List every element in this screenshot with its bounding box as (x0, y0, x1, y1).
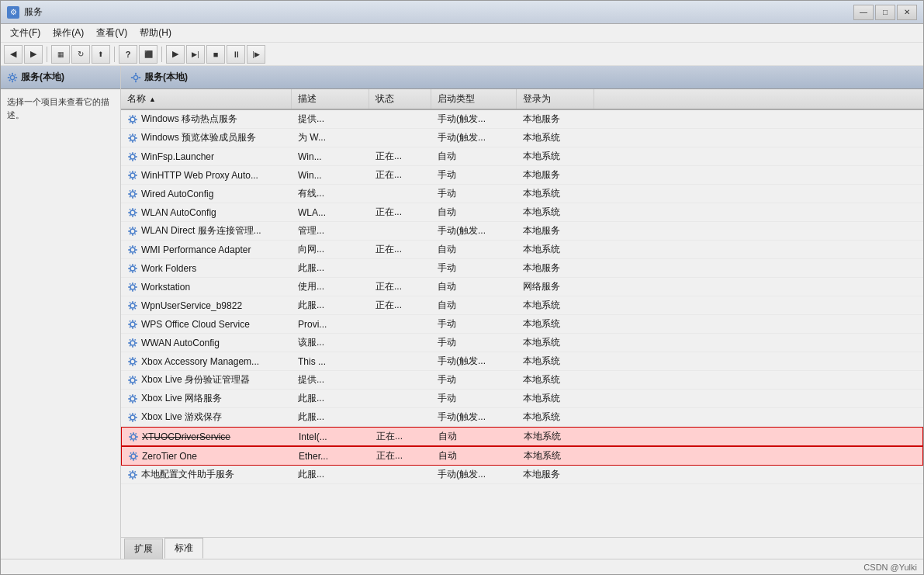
svg-rect-39 (134, 153, 136, 154)
svg-rect-138 (134, 358, 136, 359)
svg-rect-125 (128, 342, 130, 344)
service-name-cell: WpnUserService_b9822 (121, 296, 292, 314)
services-wrapper: 名称 ▲ 描述 状态 启动类型 登录为 (121, 89, 923, 537)
svg-point-68 (130, 229, 135, 234)
tab-standard[interactable]: 标准 (164, 538, 203, 559)
svg-rect-181 (130, 452, 131, 454)
svg-rect-35 (128, 156, 130, 158)
service-name-text: Windows 预览体验成员服务 (141, 131, 256, 144)
properties-button[interactable]: ⬛ (139, 45, 157, 64)
play-next-button[interactable]: ▶| (186, 45, 205, 64)
table-row[interactable]: 本地配置文件助手服务此服...手动(触发...本地服务 (121, 466, 923, 484)
svg-rect-98 (128, 286, 130, 288)
service-login-cell: 本地系统 (517, 390, 594, 407)
forward-button[interactable]: ▶ (24, 45, 43, 64)
service-status-cell (369, 259, 431, 277)
svg-rect-96 (132, 282, 133, 284)
table-row[interactable]: Workstation使用...正在...自动网络服务 (121, 278, 923, 296)
service-desc-cell: 为 W... (292, 129, 369, 147)
service-desc-cell: 该服... (292, 334, 369, 352)
table-row[interactable]: Wired AutoConfig有线...手动本地系统 (121, 185, 923, 203)
service-name-cell: WWAN AutoConfig (121, 334, 292, 352)
service-name-cell: Xbox Live 游戏保存 (121, 408, 292, 426)
table-row[interactable]: Xbox Accessory Managem...This ...手动(触发..… (121, 352, 923, 371)
header-desc[interactable]: 描述 (292, 89, 369, 109)
service-startup-cell: 自动 (431, 278, 517, 296)
menu-action[interactable]: 操作(A) (47, 24, 90, 42)
svg-point-59 (130, 210, 135, 215)
svg-rect-48 (134, 171, 136, 173)
service-startup-cell: 手动(触发... (431, 129, 517, 147)
table-row[interactable]: Xbox Live 游戏保存此服...手动(触发...本地系统 (121, 408, 923, 427)
table-row[interactable]: WinFsp.LauncherWin...正在...自动本地系统 (121, 147, 923, 166)
restart-button[interactable]: |▶ (247, 45, 265, 64)
header-status[interactable]: 状态 (369, 89, 431, 109)
play-button[interactable]: ▶ (166, 45, 185, 64)
table-row[interactable]: WinHTTP Web Proxy Auto...Win...正在...手动本地… (121, 166, 923, 185)
table-row[interactable]: WMI Performance Adapter向网...正在...自动本地系统 (121, 241, 923, 259)
svg-rect-12 (131, 77, 133, 78)
tab-extended[interactable]: 扩展 (124, 539, 163, 559)
table-row[interactable]: ZeroTier OneEther...正在...自动本地系统 (121, 446, 923, 466)
svg-rect-7 (14, 74, 16, 75)
svg-point-41 (130, 173, 135, 178)
services-table[interactable]: 名称 ▲ 描述 状态 启动类型 登录为 (121, 89, 923, 537)
svg-rect-163 (129, 414, 130, 415)
bottom-tabs: 扩展 标准 (121, 537, 923, 559)
svg-rect-46 (129, 171, 130, 173)
service-login-cell: 本地系统 (517, 334, 594, 352)
service-name-text: WWAN AutoConfig (141, 338, 220, 348)
svg-rect-111 (134, 302, 136, 303)
service-status-cell: 正在... (369, 241, 431, 258)
service-desc-cell: Ether... (292, 447, 370, 465)
service-status-cell: 正在... (369, 296, 431, 314)
service-login-cell: 本地系统 (517, 147, 594, 165)
left-panel-description: 选择一个项目来查看它的描述。 (7, 95, 114, 121)
service-desc-cell: Win... (292, 166, 369, 184)
header-name[interactable]: 名称 ▲ (121, 89, 292, 109)
maximize-button[interactable]: □ (875, 5, 895, 20)
service-startup-cell: 手动 (431, 185, 517, 203)
menu-help[interactable]: 帮助(H) (133, 24, 178, 42)
table-row[interactable]: WLAN AutoConfigWLA...正在...自动本地系统 (121, 203, 923, 222)
service-status-cell: 正在... (369, 278, 431, 296)
service-login-cell: 本地系统 (517, 408, 594, 426)
help-button[interactable]: ? (119, 45, 137, 64)
close-button[interactable]: ✕ (897, 5, 917, 20)
menu-file[interactable]: 文件(F) (4, 24, 47, 42)
table-row[interactable]: WWAN AutoConfig该服...手动本地系统 (121, 334, 923, 352)
table-row[interactable]: Windows 预览体验成员服务为 W...手动(触发...本地系统 (121, 129, 923, 147)
svg-rect-169 (133, 439, 134, 441)
pause-button[interactable]: ⏸ (227, 45, 245, 64)
service-name-cell: Xbox Accessory Managem... (121, 352, 292, 370)
back-button[interactable]: ◀ (4, 45, 22, 64)
service-desc-cell: 有线... (292, 185, 369, 203)
table-row[interactable]: Xbox Live 网络服务此服...手动本地系统 (121, 390, 923, 408)
table-row[interactable]: WpnUserService_b9822此服...正在...自动本地系统 (121, 296, 923, 315)
table-row[interactable]: Xbox Live 身份验证管理器提供...手动本地系统 (121, 371, 923, 390)
service-startup-cell: 自动 (431, 296, 517, 314)
refresh-button[interactable]: ↻ (71, 45, 90, 64)
service-login-cell: 本地系统 (517, 428, 595, 445)
service-startup-cell: 手动 (431, 315, 517, 333)
table-row[interactable]: WPS Office Cloud ServiceProvi...手动本地系统 (121, 315, 923, 334)
table-row[interactable]: XTUOCDriverServiceIntel(...正在...自动本地系统 (121, 427, 923, 446)
service-name-text: Xbox Accessory Managem... (141, 356, 259, 367)
svg-rect-26 (128, 137, 130, 139)
minimize-button[interactable]: — (853, 5, 874, 20)
header-startup[interactable]: 启动类型 (431, 89, 517, 109)
export-button[interactable]: ⬆ (92, 45, 110, 64)
svg-rect-114 (132, 320, 133, 321)
show-hide-tree-button[interactable]: ▦ (51, 45, 70, 64)
header-login[interactable]: 登录为 (517, 89, 594, 109)
table-row[interactable]: WLAN Direct 服务连接管理...管理...手动(触发...本地服务 (121, 222, 923, 241)
menu-view[interactable]: 查看(V) (90, 24, 133, 42)
table-row[interactable]: Work Folders此服...手动本地服务 (121, 259, 923, 278)
stop-button[interactable]: ■ (206, 45, 225, 64)
toolbar-sep-1 (47, 47, 47, 62)
service-startup-cell: 手动(触发... (431, 466, 517, 483)
table-row[interactable]: Windows 移动热点服务提供...手动(触发...本地服务 (121, 110, 923, 129)
svg-rect-151 (132, 401, 133, 403)
service-desc-cell: WLA... (292, 203, 369, 221)
svg-rect-159 (132, 413, 133, 414)
